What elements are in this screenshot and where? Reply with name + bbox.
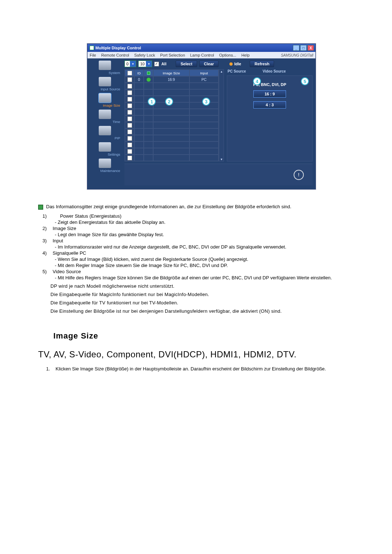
row-checkbox[interactable]	[127, 77, 132, 82]
range-from-dropdown[interactable]: 0 ▾	[124, 61, 136, 67]
sidebar-item-pip[interactable]: PIP	[89, 126, 121, 140]
note-dp: DP wird je nach Modell möglicherweise ni…	[50, 283, 365, 289]
clear-button[interactable]: Clear	[199, 61, 219, 67]
minimize-button[interactable]: _	[293, 45, 299, 51]
input-source-icon	[99, 77, 111, 86]
app-icon	[90, 46, 94, 50]
chevron-down-icon: ▾	[130, 61, 136, 67]
grid-header: ID Image Size Input	[125, 70, 219, 76]
sidebar-item-maintenance[interactable]: Maintenance	[89, 159, 121, 173]
window-title: Multiple Display Control	[95, 46, 141, 50]
system-icon	[99, 61, 111, 70]
callout-4: 4	[253, 77, 261, 85]
source-panel: PC Source Video Source PC, BNC, DVI, DP …	[227, 69, 313, 161]
sidebar-item-system[interactable]: System	[89, 61, 121, 75]
app-window: Multiple Display Control _ □ X File Remo…	[87, 44, 316, 189]
idle-indicator: Idle	[229, 62, 241, 66]
pip-icon	[99, 126, 111, 135]
status-dot-icon	[229, 62, 233, 66]
titlebar: Multiple Display Control _ □ X	[87, 44, 315, 52]
callout-2: 2	[165, 98, 173, 106]
section-heading: Image Size	[53, 331, 365, 341]
note-on: Die Einstellung der Bildgröße ist nur be…	[50, 308, 365, 314]
table-row[interactable]: 0 16:9 PC	[125, 76, 219, 83]
callout-1: 1	[148, 98, 156, 106]
scroll-up-icon: ▴	[221, 70, 222, 73]
power-on-icon	[147, 78, 151, 82]
tab-video-source[interactable]: Video Source	[263, 69, 286, 73]
ratio-4-3-button[interactable]: 4 : 3	[253, 101, 286, 108]
toolbar: 0 ▾ 10 ▾ All Select Clear Idle	[124, 61, 313, 67]
display-grid: ID Image Size Input 0 16:9 PC	[124, 69, 219, 161]
menu-remote[interactable]: Remote Control	[101, 53, 129, 57]
col-id: ID	[134, 70, 144, 76]
footer: !	[124, 164, 313, 185]
menu-help[interactable]: Help	[241, 53, 250, 57]
menu-options[interactable]: Options...	[219, 53, 236, 57]
main-area: 0 ▾ 10 ▾ All Select Clear Idle	[122, 58, 315, 189]
info-icon	[38, 205, 43, 210]
note-magicinfo: Die Eingabequelle für MagicInfo funktion…	[50, 292, 365, 297]
sidebar: System Input Source Image Size Time PIP	[87, 58, 122, 189]
menu-lamp[interactable]: Lamp Control	[190, 53, 214, 57]
sub-heading: TV, AV, S-Video, Component, DVI(HDCP), H…	[38, 349, 365, 360]
select-button[interactable]: Select	[176, 61, 197, 67]
image-size-icon	[99, 93, 111, 103]
brand-label: SAMSUNG DIGITall	[281, 53, 313, 57]
close-button[interactable]: X	[307, 45, 314, 51]
sidebar-item-input-source[interactable]: Input Source	[89, 77, 121, 91]
sidebar-item-settings[interactable]: Settings	[89, 142, 121, 156]
scrollbar[interactable]: ▴ ▾	[219, 69, 224, 161]
refresh-button[interactable]: Refresh	[250, 61, 274, 67]
callout-3: 3	[202, 98, 210, 106]
all-label: All	[161, 62, 166, 66]
col-input: Input	[189, 70, 219, 76]
range-to-dropdown[interactable]: 10 ▾	[138, 61, 152, 67]
sidebar-item-time[interactable]: Time	[89, 110, 121, 124]
col-status	[144, 70, 153, 76]
chevron-down-icon: ▾	[146, 61, 152, 67]
tab-pc-source[interactable]: PC Source	[228, 69, 246, 73]
col-image-size: Image Size	[153, 70, 189, 76]
ratio-16-9-button[interactable]: 16 : 9	[253, 90, 286, 98]
settings-icon	[99, 142, 111, 152]
menu-port[interactable]: Port Selection	[160, 53, 185, 57]
all-checkbox[interactable]	[154, 62, 159, 66]
lead-paragraph: Das Informationsgitter zeigt einige grun…	[38, 204, 365, 210]
time-icon	[99, 110, 111, 119]
warning-icon: !	[294, 170, 304, 180]
callout-5: 5	[301, 77, 309, 85]
sidebar-item-image-size[interactable]: Image Size	[89, 93, 121, 107]
maintenance-icon	[99, 159, 111, 168]
menu-safety[interactable]: Safety Lock	[134, 53, 155, 57]
note-tv: Die Eingabequelle für TV funktioniert nu…	[50, 300, 365, 305]
scroll-down-icon: ▾	[221, 157, 222, 161]
header-checkbox[interactable]	[127, 71, 132, 75]
maximize-button[interactable]: □	[300, 45, 307, 51]
menubar: File Remote Control Safety Lock Port Sel…	[87, 52, 315, 58]
menu-file[interactable]: File	[90, 53, 96, 57]
